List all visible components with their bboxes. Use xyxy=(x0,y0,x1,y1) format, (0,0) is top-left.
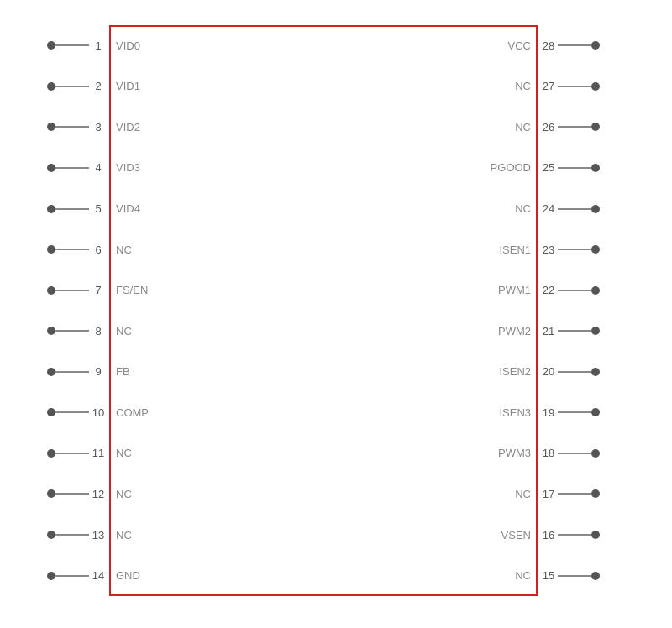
pin-label: NC xyxy=(455,107,531,146)
right-pins: 2827262524232221201918171615 xyxy=(538,25,617,596)
pin-line xyxy=(55,411,89,413)
pin-dot xyxy=(47,368,55,376)
right-pin-row: 27 xyxy=(538,67,617,106)
pin-number: 8 xyxy=(89,325,108,338)
pin-line xyxy=(55,453,89,454)
pin-number: 20 xyxy=(539,365,558,378)
pin-line xyxy=(55,534,89,536)
pin-line xyxy=(55,493,89,495)
pin-line xyxy=(55,290,89,291)
right-labels: VCCNCNCPGOODNCISEN1PWM1PWM2ISEN2ISEN3PWM… xyxy=(455,25,531,596)
pin-line xyxy=(55,575,89,577)
pin-dot xyxy=(47,572,55,580)
left-pin-row: 3 xyxy=(29,107,109,146)
pin-label: FS/EN xyxy=(116,271,192,310)
pin-dot xyxy=(47,245,55,254)
pin-label: NC xyxy=(116,230,192,269)
pin-number: 9 xyxy=(89,365,108,378)
pin-label: VSEN xyxy=(455,515,531,554)
pin-dot xyxy=(591,164,600,172)
right-pin-row: 28 xyxy=(538,26,617,65)
pin-line xyxy=(558,290,591,291)
right-pin-row: 24 xyxy=(538,190,617,228)
pin-dot xyxy=(591,286,600,295)
left-pin-row: 2 xyxy=(29,67,109,106)
pin-label: VID4 xyxy=(116,190,192,228)
pin-number: 24 xyxy=(539,202,558,215)
pin-dot xyxy=(591,123,600,131)
pin-number: 19 xyxy=(539,406,558,419)
right-pin-row: 19 xyxy=(538,393,617,432)
pin-number: 13 xyxy=(89,529,108,542)
pin-number: 3 xyxy=(89,121,108,133)
pin-number: 22 xyxy=(539,284,558,296)
left-pin-row: 1 xyxy=(29,26,109,65)
pin-label: NC xyxy=(116,474,192,513)
pin-dot xyxy=(47,327,55,335)
pin-line xyxy=(558,126,591,128)
pin-number: 6 xyxy=(89,243,108,256)
pin-label: NC xyxy=(116,434,192,473)
right-pin-row: 22 xyxy=(538,271,617,310)
pin-number: 4 xyxy=(89,161,108,174)
pin-label: COMP xyxy=(116,393,192,432)
pin-line xyxy=(558,44,591,46)
pin-number: 25 xyxy=(539,161,558,174)
left-pin-row: 14 xyxy=(29,557,109,595)
pin-label: PWM2 xyxy=(455,311,531,350)
pin-number: 14 xyxy=(89,569,108,582)
pin-label: ISEN1 xyxy=(455,230,531,269)
pin-number: 17 xyxy=(539,488,558,500)
pin-dot xyxy=(47,82,55,91)
pin-label: FB xyxy=(116,353,192,391)
left-pin-row: 5 xyxy=(29,190,109,228)
pin-line xyxy=(558,371,591,373)
pin-dot xyxy=(591,449,600,458)
pin-label: NC xyxy=(455,67,531,106)
pin-number: 23 xyxy=(539,243,558,256)
pin-label: VID1 xyxy=(116,67,192,106)
pin-line xyxy=(558,411,591,413)
pin-line xyxy=(55,371,89,373)
pin-dot xyxy=(591,82,600,91)
pin-label: VID0 xyxy=(116,26,192,65)
pin-dot xyxy=(591,489,600,498)
pin-number: 15 xyxy=(539,569,558,582)
pin-label: NC xyxy=(116,515,192,554)
pin-line xyxy=(558,534,591,536)
pin-label: PWM3 xyxy=(455,434,531,473)
left-pin-row: 4 xyxy=(29,149,109,187)
right-pin-row: 16 xyxy=(538,515,617,554)
pin-line xyxy=(558,453,591,454)
pin-label: NC xyxy=(455,190,531,228)
pin-label: ISEN2 xyxy=(455,353,531,391)
right-pin-row: 23 xyxy=(538,230,617,269)
left-pin-row: 7 xyxy=(29,271,109,310)
pin-label: VID2 xyxy=(116,107,192,146)
left-pin-row: 6 xyxy=(29,230,109,269)
pin-label: PGOOD xyxy=(455,149,531,187)
pin-line xyxy=(558,208,591,210)
pin-number: 27 xyxy=(539,80,558,92)
pin-label: ISEN3 xyxy=(455,393,531,432)
right-pin-row: 17 xyxy=(538,474,617,513)
pin-line xyxy=(558,575,591,577)
pin-number: 26 xyxy=(539,121,558,133)
pin-line xyxy=(558,249,591,250)
pin-line xyxy=(55,44,89,46)
pin-dot xyxy=(47,531,55,539)
pin-line xyxy=(55,167,89,169)
right-pin-row: 21 xyxy=(538,311,617,350)
pin-line xyxy=(558,330,591,332)
pin-dot xyxy=(47,123,55,131)
pin-dot xyxy=(47,286,55,295)
left-pin-row: 9 xyxy=(29,353,109,391)
pin-dot xyxy=(47,408,55,416)
pin-label: NC xyxy=(116,311,192,350)
right-pin-row: 20 xyxy=(538,353,617,391)
pin-number: 16 xyxy=(539,529,558,542)
pin-number: 11 xyxy=(89,447,108,459)
pin-line xyxy=(55,330,89,332)
pin-number: 5 xyxy=(89,202,108,215)
pin-number: 18 xyxy=(539,447,558,459)
